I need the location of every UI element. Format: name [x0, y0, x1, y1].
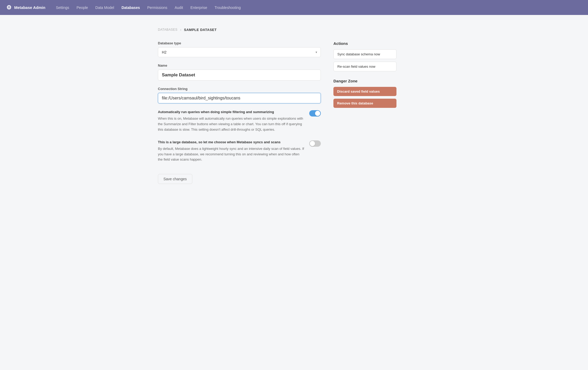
auto-run-title: Automatically run queries when doing sim…: [158, 110, 305, 114]
rescan-field-values-button[interactable]: Re-scan field values now: [333, 62, 396, 71]
nav-links: Settings People Data Model Databases Per…: [56, 4, 241, 11]
top-nav: ⚙ Metabase Admin Settings People Data Mo…: [0, 0, 588, 15]
discard-field-values-button[interactable]: Discard saved field values: [333, 87, 396, 96]
breadcrumb: Databases › Sample Dataset: [158, 28, 430, 32]
form-section: Database type H2 ▾ Name Connection Strin…: [158, 41, 321, 184]
actions-title: Actions: [333, 41, 396, 46]
database-type-field: Database type H2 ▾: [158, 41, 321, 57]
sync-schema-button[interactable]: Sync database schema now: [333, 49, 396, 59]
danger-zone-title: Danger Zone: [333, 79, 396, 83]
nav-permissions[interactable]: Permissions: [147, 4, 167, 11]
auto-run-toggle-group: Automatically run queries when doing sim…: [158, 110, 321, 133]
database-type-label: Database type: [158, 41, 321, 45]
nav-databases[interactable]: Databases: [121, 4, 140, 11]
auto-run-text: Automatically run queries when doing sim…: [158, 110, 305, 133]
nav-data-model[interactable]: Data Model: [95, 4, 114, 11]
large-db-desc: By default, Metabase does a lightweight …: [158, 146, 305, 162]
content-layout: Database type H2 ▾ Name Connection Strin…: [158, 41, 430, 184]
breadcrumb-current: Sample Dataset: [184, 28, 217, 32]
large-db-toggle[interactable]: [309, 140, 321, 147]
nav-enterprise[interactable]: Enterprise: [190, 4, 207, 11]
connection-string-input[interactable]: [158, 93, 321, 103]
auto-run-toggle[interactable]: [309, 110, 321, 117]
nav-people[interactable]: People: [76, 4, 88, 11]
remove-database-button[interactable]: Remove this database: [333, 99, 396, 108]
breadcrumb-separator: ›: [180, 28, 182, 32]
nav-audit[interactable]: Audit: [175, 4, 183, 11]
name-field: Name: [158, 64, 321, 81]
connection-string-field: Connection String: [158, 87, 321, 103]
large-db-title: This is a large database, so let me choo…: [158, 140, 305, 145]
brand: ⚙ Metabase Admin: [6, 4, 45, 11]
auto-run-desc: When this is on, Metabase will automatic…: [158, 116, 305, 132]
large-db-text: This is a large database, so let me choo…: [158, 140, 305, 163]
name-label: Name: [158, 64, 321, 67]
brand-name: Metabase Admin: [14, 5, 45, 10]
name-input[interactable]: [158, 70, 321, 81]
breadcrumb-parent[interactable]: Databases: [158, 28, 178, 31]
brand-icon: ⚙: [6, 4, 12, 11]
nav-troubleshooting[interactable]: Troubleshooting: [214, 4, 241, 11]
connection-string-label: Connection String: [158, 87, 321, 91]
sidebar-section: Actions Sync database schema now Re-scan…: [333, 41, 396, 110]
database-type-select-wrapper: H2 ▾: [158, 47, 321, 57]
nav-settings[interactable]: Settings: [56, 4, 69, 11]
save-button[interactable]: Save changes: [158, 174, 192, 184]
page: Databases › Sample Dataset Database type…: [149, 15, 439, 197]
large-db-toggle-group: This is a large database, so let me choo…: [158, 140, 321, 163]
database-type-select[interactable]: H2: [158, 47, 321, 57]
